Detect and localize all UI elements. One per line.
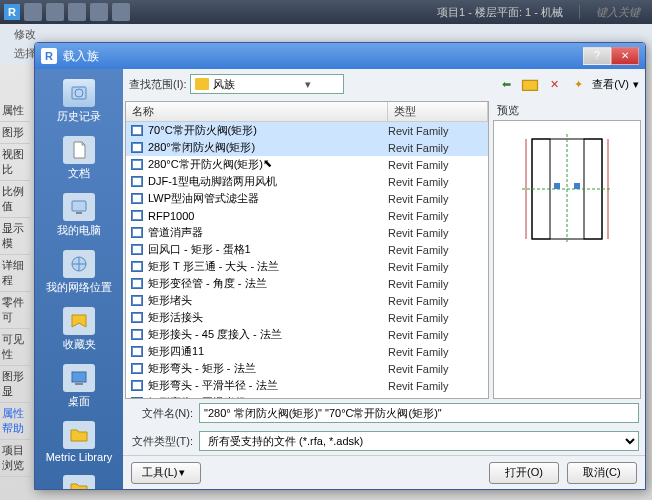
filetype-select[interactable]: 所有受支持的文件 (*.rfa, *.adsk)	[199, 431, 639, 451]
file-row[interactable]: DJF-1型电动脚踏两用风机Revit Family	[126, 173, 488, 190]
svg-rect-6	[75, 383, 83, 385]
file-row[interactable]: LWP型油网管式滤尘器Revit Family	[126, 190, 488, 207]
file-type: Revit Family	[388, 227, 484, 239]
file-row[interactable]: 280°常闭防火阀(矩形)Revit Family	[126, 139, 488, 156]
place-label: 桌面	[68, 394, 90, 409]
rfa-file-icon	[130, 380, 144, 392]
svg-rect-15	[574, 183, 580, 189]
rfa-file-icon	[130, 142, 144, 154]
place-folder[interactable]: Metric Deta...	[41, 471, 117, 489]
quick-access-toolbar: R 项目1 - 楼层平面: 1 - 机械 键入关键	[0, 0, 652, 24]
side-item[interactable]: 可见性	[0, 329, 30, 366]
filename-label: 文件名(N):	[129, 406, 193, 421]
place-label: 我的网络位置	[46, 280, 112, 295]
rfa-file-icon	[130, 210, 144, 222]
view-menu[interactable]: 查看(V)	[592, 77, 629, 92]
tools-button[interactable]: 工具(L)▾	[131, 462, 201, 484]
file-type: Revit Family	[388, 295, 484, 307]
side-item[interactable]: 显示模	[0, 218, 30, 255]
side-item[interactable]: 零件可	[0, 292, 30, 329]
file-row[interactable]: 矩形变径管 - 角度 - 法兰Revit Family	[126, 275, 488, 292]
side-item[interactable]: 属性帮助	[0, 403, 30, 440]
place-label: 文档	[68, 166, 90, 181]
file-row[interactable]: 矩形弯头 - 矩形 - 法兰Revit Family	[126, 360, 488, 377]
qat-print-icon[interactable]	[112, 3, 130, 21]
column-type[interactable]: 类型	[388, 102, 488, 121]
file-name: 管道消声器	[148, 225, 388, 240]
place-network[interactable]: 我的网络位置	[41, 246, 117, 299]
side-item[interactable]: 视图比	[0, 144, 30, 181]
file-name: 矩形堵头	[148, 293, 388, 308]
file-row[interactable]: 回风口 - 矩形 - 蛋格1Revit Family	[126, 241, 488, 258]
file-list[interactable]: 70°C常开防火阀(矩形)Revit Family280°常闭防火阀(矩形)Re…	[126, 122, 488, 398]
folder-combo[interactable]: 风族 ▾	[190, 74, 344, 94]
file-row[interactable]: 矩形活接头Revit Family	[126, 309, 488, 326]
file-row[interactable]: 管道消声器Revit Family	[126, 224, 488, 241]
file-row[interactable]: 矩形堵头Revit Family	[126, 292, 488, 309]
file-type: Revit Family	[388, 244, 484, 256]
favorites-icon	[63, 307, 95, 335]
delete-icon[interactable]: ✕	[544, 74, 564, 94]
qat-save-icon[interactable]	[46, 3, 64, 21]
qat-open-icon[interactable]	[24, 3, 42, 21]
rfa-file-icon	[130, 125, 144, 137]
side-item[interactable]: 详细程	[0, 255, 30, 292]
file-row[interactable]: 矩形 T 形三通 - 大头 - 法兰Revit Family	[126, 258, 488, 275]
chevron-down-icon[interactable]: ▾	[633, 78, 639, 91]
window-buttons: ? ✕	[583, 47, 639, 65]
file-row[interactable]: 矩形四通11Revit Family	[126, 343, 488, 360]
place-desktop[interactable]: 桌面	[41, 360, 117, 413]
place-computer[interactable]: 我的电脑	[41, 189, 117, 242]
file-row[interactable]: 70°C常开防火阀(矩形)Revit Family	[126, 122, 488, 139]
file-row[interactable]: 280°C常开防火阀(矩形)⬉Revit Family	[126, 156, 488, 173]
help-button[interactable]: ?	[583, 47, 611, 65]
file-row[interactable]: 矩形弯头 - 平滑半径Revit Family	[126, 394, 488, 398]
docs-icon	[63, 136, 95, 164]
place-label: Metric Library	[46, 451, 113, 463]
open-button[interactable]: 打开(O)	[489, 462, 559, 484]
folder-icon	[63, 421, 95, 449]
close-button[interactable]: ✕	[611, 47, 639, 65]
rfa-file-icon	[130, 346, 144, 358]
file-type: Revit Family	[388, 210, 484, 222]
file-type: Revit Family	[388, 278, 484, 290]
qat-undo-icon[interactable]	[68, 3, 86, 21]
side-panels: 属性 图形 视图比 比例值 显示模 详细程 零件可 可见性 图形显 属性帮助 项…	[0, 100, 30, 477]
cancel-button[interactable]: 取消(C)	[567, 462, 637, 484]
filename-row: 文件名(N):	[123, 399, 645, 427]
file-name: 矩形弯头 - 矩形 - 法兰	[148, 361, 388, 376]
dialog-titlebar[interactable]: R 载入族 ? ✕	[35, 43, 645, 69]
file-row[interactable]: 矩形弯头 - 平滑半径 - 法兰Revit Family	[126, 377, 488, 394]
place-docs[interactable]: 文档	[41, 132, 117, 185]
search-hint[interactable]: 键入关键	[596, 5, 640, 20]
chevron-down-icon[interactable]: ▾	[276, 78, 339, 91]
qat-redo-icon[interactable]	[90, 3, 108, 21]
history-icon	[63, 79, 95, 107]
load-family-dialog: R 载入族 ? ✕ 历史记录文档我的电脑我的网络位置收藏夹桌面Metric Li…	[34, 42, 646, 490]
filename-input[interactable]	[199, 403, 639, 423]
side-item[interactable]: 项目浏览	[0, 440, 30, 477]
side-item[interactable]: 图形	[0, 122, 30, 144]
side-item[interactable]: 图形显	[0, 366, 30, 403]
preview-image	[512, 129, 622, 249]
filetype-label: 文件类型(T):	[129, 434, 193, 449]
file-name: 矩形接头 - 45 度接入 - 法兰	[148, 327, 388, 342]
new-folder-icon[interactable]: ✦	[568, 74, 588, 94]
dialog-main: 查找范围(I): 风族 ▾ ⬅ ✕ ✦ 查看(V) ▾ 名称 类型	[123, 69, 645, 489]
place-favorites[interactable]: 收藏夹	[41, 303, 117, 356]
place-history[interactable]: 历史记录	[41, 75, 117, 128]
side-item[interactable]: 比例值	[0, 181, 30, 218]
back-icon[interactable]: ⬅	[496, 74, 516, 94]
revit-logo-icon[interactable]: R	[4, 4, 20, 20]
up-icon[interactable]	[520, 74, 540, 94]
content-split: 名称 类型 70°C常开防火阀(矩形)Revit Family280°常闭防火阀…	[123, 99, 645, 399]
file-name: DJF-1型电动脚踏两用风机	[148, 174, 388, 189]
rfa-file-icon	[130, 193, 144, 205]
column-name[interactable]: 名称	[126, 102, 388, 121]
folder-icon	[195, 78, 209, 90]
file-type: Revit Family	[388, 125, 484, 137]
file-row[interactable]: 矩形接头 - 45 度接入 - 法兰Revit Family	[126, 326, 488, 343]
place-folder[interactable]: Metric Library	[41, 417, 117, 467]
file-row[interactable]: RFP1000Revit Family	[126, 207, 488, 224]
side-item[interactable]: 属性	[0, 100, 30, 122]
